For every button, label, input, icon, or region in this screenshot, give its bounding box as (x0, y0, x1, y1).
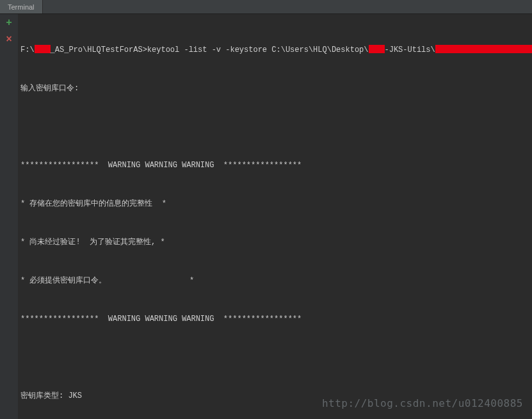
output-line: ***************** WARNING WARNING WARNIN… (20, 159, 529, 172)
output-line: * 尚未经过验证! 为了验证其完整性, * (20, 236, 529, 249)
prompt-line: F:\_AS_Pro\HLQTestForAS>keytool -list -v… (20, 44, 529, 56)
watermark: http://blog.csdn.net/u012400885 (322, 397, 523, 410)
tab-label: Terminal (8, 3, 35, 11)
content-area: + × F:\_AS_Pro\HLQTestForAS>keytool -lis… (0, 14, 532, 419)
close-icon[interactable]: × (6, 35, 12, 45)
gutter: + × (0, 14, 18, 419)
plus-icon[interactable]: + (6, 18, 12, 28)
redacted (35, 45, 51, 53)
terminal-output[interactable]: F:\_AS_Pro\HLQTestForAS>keytool -list -v… (18, 14, 532, 419)
output-line: * 必须提供密钥库口令。 * (20, 274, 529, 287)
output-line: ***************** WARNING WARNING WARNIN… (20, 313, 529, 325)
tab-terminal[interactable]: Terminal (0, 0, 43, 13)
redacted (369, 45, 385, 53)
tab-bar: Terminal (0, 0, 532, 14)
redacted (435, 45, 532, 53)
output-line: 输入密钥库口令: (20, 82, 529, 95)
output-line: * 存储在您的密钥库中的信息的完整性 * (20, 197, 529, 210)
